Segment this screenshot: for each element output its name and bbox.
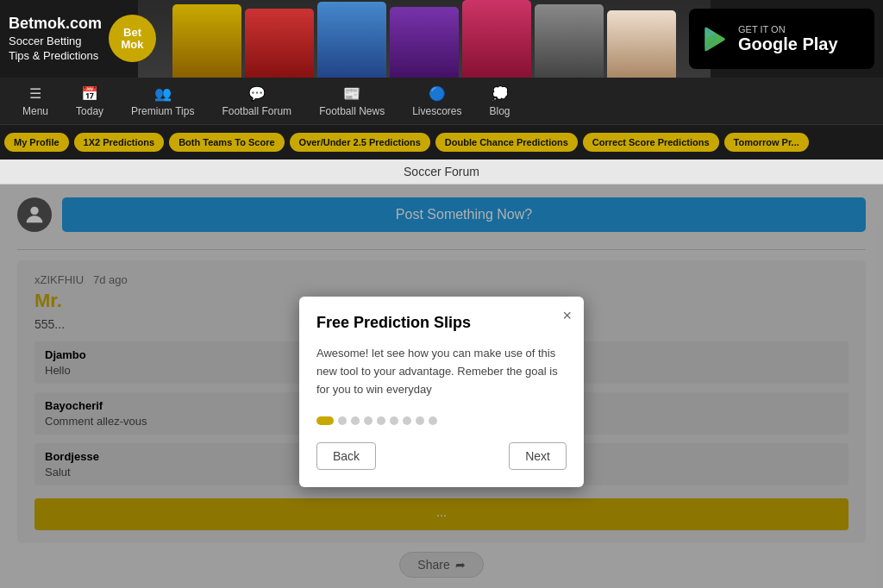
nav-football-news[interactable]: 📰 Football News: [305, 78, 398, 124]
player-5: [462, 0, 531, 78]
header: Betmok.com Soccer Betting Tips & Predict…: [0, 0, 883, 78]
logo-area: Betmok.com Soccer Betting Tips & Predict…: [0, 14, 138, 63]
dot-6: [390, 416, 398, 425]
modal-dots: [316, 416, 567, 425]
nav-bar: ☰ Menu 📅 Today 👥 Premium Tips 💬 Football…: [0, 78, 883, 125]
modal-overlay: Free Prediction Slips × Awesome! let see…: [0, 185, 883, 588]
nav-blog[interactable]: 💭 Blog: [476, 78, 524, 124]
main-content: Post Something Now? xZIKFHIU 7d ago Mr. …: [0, 185, 883, 588]
nav-premium-label: Premium Tips: [131, 105, 194, 117]
nav-today-label: Today: [76, 105, 103, 117]
logo-text-block: Betmok.com Soccer Betting Tips & Predict…: [9, 14, 102, 63]
nav-menu-label: Menu: [22, 105, 48, 117]
logo-initials: BetMok: [122, 27, 144, 52]
forum-title: Soccer Forum: [404, 165, 479, 178]
pill-correct-score[interactable]: Correct Score Predictions: [583, 133, 719, 152]
play-text: GET IT ON Google Play: [738, 24, 838, 54]
google-play-icon: [701, 24, 731, 54]
modal: Free Prediction Slips × Awesome! let see…: [299, 297, 584, 486]
nav-livescores-label: Livescores: [412, 105, 461, 117]
livescores-icon: 🔵: [429, 85, 446, 102]
player-6: [535, 4, 604, 78]
dot-8: [416, 416, 424, 425]
nav-livescores[interactable]: 🔵 Livescores: [398, 78, 475, 124]
today-icon: 📅: [81, 85, 98, 102]
player-4: [390, 7, 459, 78]
premium-icon: 👥: [154, 85, 172, 102]
dot-1: [316, 416, 334, 425]
pill-tomorrow[interactable]: Tomorrow Pr...: [724, 133, 809, 152]
forum-title-bar: Soccer Forum: [0, 160, 883, 185]
dot-9: [429, 416, 437, 425]
player-3: [317, 2, 386, 78]
dot-4: [364, 416, 373, 425]
modal-body: Awesome! let see how you can make use of…: [316, 345, 567, 398]
nav-blog-label: Blog: [490, 105, 510, 117]
brand-tagline: Soccer Betting Tips & Predictions: [9, 34, 98, 62]
dot-3: [351, 416, 360, 425]
nav-news-label: Football News: [319, 105, 385, 117]
player-2: [245, 9, 314, 78]
pill-both-teams[interactable]: Both Teams To Score: [169, 133, 284, 152]
blog-icon: 💭: [492, 85, 509, 102]
google-play-label: Google Play: [738, 34, 838, 53]
news-icon: 📰: [343, 85, 360, 102]
player-7: [607, 10, 676, 78]
modal-title: Free Prediction Slips: [316, 314, 567, 332]
subnav: My Profile 1X2 Predictions Both Teams To…: [0, 125, 883, 160]
nav-premium-tips[interactable]: 👥 Premium Tips: [117, 78, 208, 124]
google-play-badge[interactable]: GET IT ON Google Play: [689, 9, 874, 69]
modal-close-button[interactable]: ×: [562, 307, 572, 325]
modal-footer: Back Next: [316, 442, 567, 470]
header-players-banner: [138, 0, 711, 78]
forum-icon: 💬: [248, 85, 266, 102]
modal-back-button[interactable]: Back: [316, 442, 376, 470]
pill-my-profile[interactable]: My Profile: [4, 133, 69, 152]
nav-forum-label: Football Forum: [222, 105, 291, 117]
dot-2: [338, 416, 347, 425]
pill-over-under[interactable]: Over/Under 2.5 Predictions: [290, 133, 430, 152]
brand-name: Betmok.com: [9, 15, 102, 32]
modal-next-button[interactable]: Next: [509, 442, 567, 470]
player-1: [172, 4, 241, 78]
pill-double-chance[interactable]: Double Chance Predictions: [435, 133, 578, 152]
get-it-on-label: GET IT ON: [738, 24, 838, 34]
menu-icon: ☰: [29, 85, 41, 102]
dot-7: [403, 416, 411, 425]
pill-1x2[interactable]: 1X2 Predictions: [74, 133, 165, 152]
nav-today[interactable]: 📅 Today: [62, 78, 117, 124]
nav-menu[interactable]: ☰ Menu: [9, 78, 62, 124]
dot-5: [377, 416, 385, 425]
nav-football-forum[interactable]: 💬 Football Forum: [208, 78, 305, 124]
